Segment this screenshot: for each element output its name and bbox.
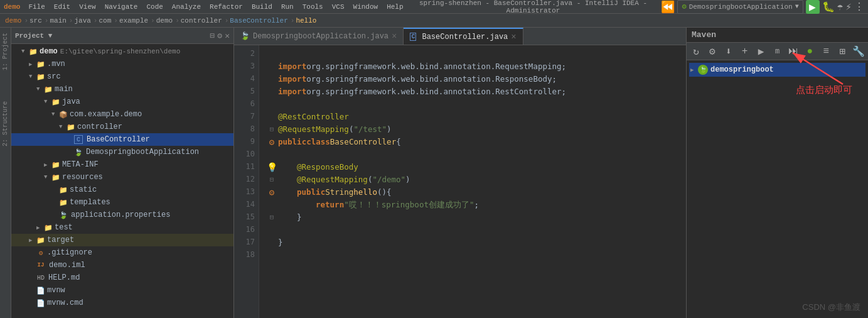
tree-src[interactable]: ▼ 📁 src (11, 70, 233, 83)
code-editor: 2 3 4 5 6 7 8 9 10 11 12 13 14 15 16 17 (234, 45, 686, 318)
tab-basecontroller[interactable]: C BaseController.java × (404, 28, 523, 45)
tree-demoapp[interactable]: 🍃 DemospringbootApplication (11, 146, 233, 158)
close-panel-icon[interactable]: ✕ (225, 31, 230, 41)
tree-target[interactable]: ▶ 📁 target (11, 234, 233, 246)
tree-iml[interactable]: IJ demo.iml (11, 259, 233, 271)
tree-test[interactable]: ▶ 📁 test (11, 221, 233, 234)
run-config-dropdown[interactable]: ⚙ DemospringbootApplication ▼ (677, 0, 803, 14)
bc-com[interactable]: com (99, 17, 111, 25)
mvnw-label: mvnw (47, 286, 65, 295)
menu-file[interactable]: File (26, 3, 46, 11)
run-config-label: DemospringbootApplication (689, 3, 793, 11)
menu-code[interactable]: Code (144, 3, 164, 11)
menu-view[interactable]: View (77, 3, 97, 11)
tree-gitignore[interactable]: ⚙ .gitignore (11, 246, 233, 259)
menu-window[interactable]: Window (351, 3, 380, 11)
tab-close2-icon[interactable]: × (511, 32, 516, 42)
code-line-7: @RestController (265, 111, 686, 123)
bc-controller[interactable]: controller (181, 17, 222, 25)
coverage-icon[interactable]: ☂ (837, 1, 844, 13)
menu-run[interactable]: Run (279, 3, 296, 11)
menu-navigate[interactable]: Navigate (103, 3, 140, 11)
maven-run-icon[interactable]: ▶ (754, 45, 768, 58)
gutter-9: ⚙ (265, 135, 278, 149)
project-strip-tab[interactable]: 1: Project (1, 31, 9, 72)
maven-panel: Maven ↻ ⚙ ⬇ + ▶ m ⏭ ● ≡ ⊞ 🔧 ▶ 🍃 demospri… (686, 28, 868, 318)
code-line-14: return "哎！！！springboot创建成功了"; (265, 199, 686, 211)
maven-refresh-icon[interactable]: ↻ (689, 45, 703, 58)
run-back-icon[interactable]: ⏪ (661, 0, 675, 14)
tree-mvnwcmd[interactable]: 📄 mvnw.cmd (11, 297, 233, 309)
tab-java-icon: C (410, 33, 416, 41)
folder-icon: 📁 (51, 97, 60, 106)
menu-tools[interactable]: Tools (301, 3, 325, 11)
tree-appprops[interactable]: 🍃 application.properties (11, 209, 233, 221)
structure-strip-tab[interactable]: 2: Structure (1, 99, 9, 148)
tree-static[interactable]: 📁 static (11, 184, 233, 196)
bc-hello[interactable]: hello (296, 17, 316, 25)
tree-main[interactable]: ▼ 📁 main (11, 83, 233, 96)
folder-icon: 📁 (59, 185, 68, 194)
target-label: target (47, 236, 74, 244)
folder-icon: 📁 (67, 123, 75, 131)
folder-icon: 📁 (36, 236, 45, 244)
menu-analyze[interactable]: Analyze (170, 3, 203, 11)
dropdown-arrow-icon: ▼ (795, 3, 799, 10)
maven-download-icon[interactable]: ⬇ (722, 45, 736, 58)
bc-demo2[interactable]: demo (156, 17, 173, 25)
menu-edit[interactable]: Edit (52, 3, 72, 11)
tab-close-icon[interactable]: × (392, 31, 397, 41)
tree-controller[interactable]: ▼ 📁 controller (11, 121, 233, 133)
bc-demo[interactable]: demo (5, 17, 21, 25)
app-name[interactable]: demo (4, 3, 20, 11)
code-content[interactable]: import org.springframework.web.bind.anno… (259, 45, 686, 318)
bc-main[interactable]: main (50, 17, 66, 25)
menu-refactor[interactable]: Refactor (208, 3, 245, 11)
gutter-8: ⊟ (265, 124, 278, 135)
spring-leaf-icon: 🍃 (59, 211, 68, 219)
cmd-icon: 📄 (36, 299, 45, 307)
tree-basecontroller[interactable]: C BaseController (11, 133, 233, 146)
main-content: 1: Project 2: Structure Project ▼ ⊟ ⚙ ✕ … (0, 28, 868, 318)
run-button[interactable]: ▶ (806, 0, 820, 14)
code-line-8: ⊟ @RequestMapping("/test") (265, 123, 686, 136)
tree-resources[interactable]: ▼ 📁 resources (11, 171, 233, 184)
collapse-all-icon[interactable]: ⊟ (210, 31, 215, 41)
editor-area: 🍃 DemospringbootApplication.java × C Bas… (234, 28, 686, 318)
bc-basecontroller[interactable]: BaseController (230, 17, 287, 25)
menu-build[interactable]: Build (250, 3, 274, 11)
bc-example[interactable]: example (119, 17, 148, 25)
package-label: com.example.demo (70, 110, 142, 119)
tree-helpmd[interactable]: HD HELP.md (11, 271, 233, 284)
tree-package[interactable]: ▼ 📦 com.example.demo (11, 108, 233, 121)
project-panel-title: Project ▼ (15, 32, 210, 40)
tree-mvnw[interactable]: 📄 mvnw (11, 284, 233, 297)
tree-templates[interactable]: 📁 templates (11, 196, 233, 209)
code-line-18 (265, 249, 686, 261)
menu-vcs[interactable]: VCS (330, 3, 346, 11)
code-line-6 (265, 98, 686, 111)
code-line-4: import org.springframework.web.bind.anno… (265, 73, 686, 85)
md-icon: HD (36, 273, 45, 282)
tab-demoapp-label: DemospringbootApplication.java (253, 32, 388, 41)
folder-icon: 📁 (29, 47, 38, 56)
java-class-icon: C (74, 135, 83, 144)
maven-settings-icon[interactable]: ⚙ (705, 45, 719, 58)
tree-metainf[interactable]: ▶ 📁 META-INF (11, 158, 233, 171)
more-actions-icon[interactable]: ⋮ (854, 1, 864, 13)
iml-icon: IJ (36, 261, 45, 270)
folder-icon: 📁 (51, 173, 60, 182)
tree-root[interactable]: ▼ 📁 demo E:\gitee\spring-shenzhen\demo (11, 45, 233, 58)
basecontroller-label: BaseController (87, 135, 150, 144)
spring-icon: 🍃 (74, 148, 83, 156)
menu-help[interactable]: Help (385, 3, 405, 11)
tree-mvn[interactable]: ▶ 📁 .mvn (11, 58, 233, 70)
tree-java[interactable]: ▼ 📁 java (11, 96, 233, 108)
settings-icon[interactable]: ⚙ (217, 31, 222, 41)
profile-icon[interactable]: ⚡ (845, 1, 852, 13)
debug-icon[interactable]: 🐛 (822, 1, 835, 13)
bc-java[interactable]: java (74, 17, 90, 25)
tab-demoapp[interactable]: 🍃 DemospringbootApplication.java × (234, 28, 404, 45)
maven-add-icon[interactable]: + (738, 45, 752, 58)
bc-src[interactable]: src (29, 17, 42, 25)
